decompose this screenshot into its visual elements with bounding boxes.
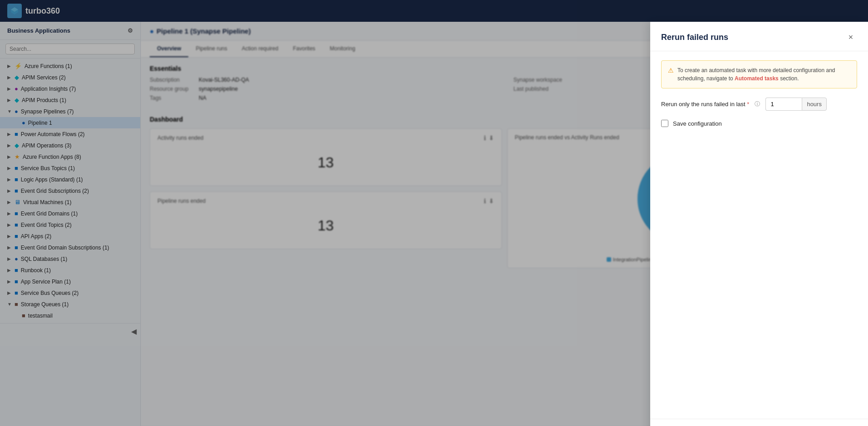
form-label-text: Rerun only the runs failed in last: [661, 101, 745, 108]
modal-footer: ▶ Run task: [650, 419, 868, 426]
alert-box: ⚠ To create an automated task with more …: [661, 60, 857, 88]
modal-body: ⚠ To create an automated task with more …: [650, 51, 868, 419]
alert-icon: ⚠: [668, 67, 674, 83]
save-config-row: Save configuration: [661, 120, 857, 127]
modal-overlay: Rerun failed runs × ⚠ To create an autom…: [0, 0, 868, 426]
required-star: *: [747, 101, 749, 108]
modal-header: Rerun failed runs ×: [650, 22, 868, 51]
alert-text: To create an automated task with more de…: [677, 66, 850, 83]
hours-unit-label: hours: [802, 98, 827, 111]
modal-title: Rerun failed runs: [661, 33, 728, 42]
save-config-checkbox[interactable]: [661, 120, 668, 127]
form-label: Rerun only the runs failed in last *: [661, 101, 749, 108]
hours-input[interactable]: [765, 98, 802, 111]
alert-text-after: section.: [779, 75, 799, 82]
save-config-label[interactable]: Save configuration: [673, 120, 722, 127]
hours-input-group: hours: [765, 98, 827, 111]
modal-panel: Rerun failed runs × ⚠ To create an autom…: [650, 22, 868, 426]
hours-form-row: Rerun only the runs failed in last * ⓘ h…: [661, 98, 857, 111]
close-button[interactable]: ×: [844, 31, 857, 44]
automated-tasks-link[interactable]: Automated tasks: [735, 75, 779, 82]
info-tooltip-icon[interactable]: ⓘ: [755, 100, 760, 108]
